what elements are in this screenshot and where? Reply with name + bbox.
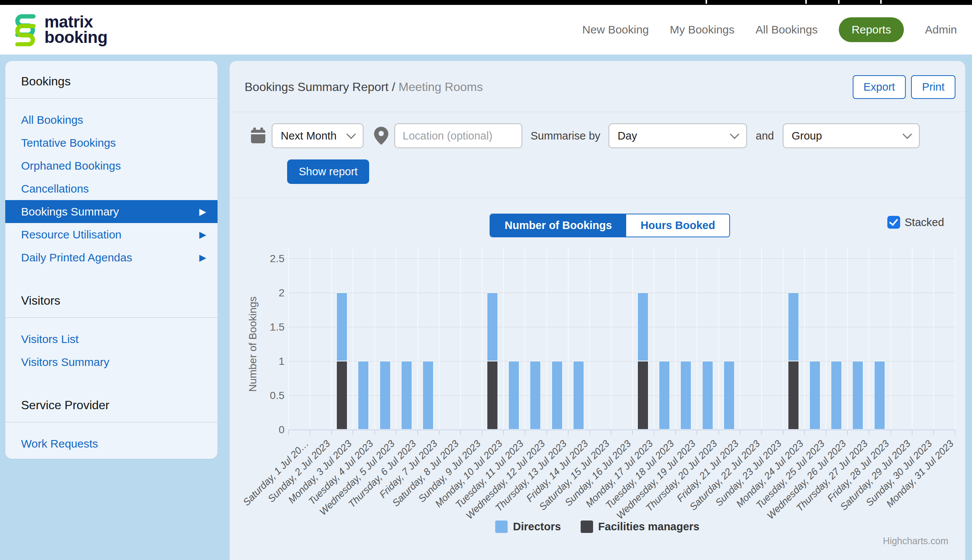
nav-item-new-booking[interactable]: New Booking: [582, 23, 649, 36]
sidebar-section-list: All BookingsTentative BookingsOrphaned B…: [5, 98, 217, 280]
brand-logo[interactable]: matrix booking: [10, 12, 108, 48]
date-range-select[interactable]: Next Month: [272, 123, 364, 148]
x-axis-tick: [890, 430, 891, 435]
bar-directors[interactable]: [680, 361, 691, 430]
legend-item-facilities-managers[interactable]: Facilities managers: [581, 520, 700, 533]
top-black-strip: [0, 0, 972, 5]
sidebar-item-work-requests[interactable]: Work Requests: [5, 432, 217, 455]
sidebar-item-label: Resource Utilisation: [21, 228, 122, 241]
highcharts-credit[interactable]: Highcharts.com: [883, 535, 948, 547]
top-nav-bar: matrix booking New Booking My Bookings A…: [0, 5, 972, 55]
x-axis-tick: [331, 430, 332, 435]
directors-swatch: [495, 520, 508, 533]
gridline-vertical: [418, 248, 418, 430]
bar-directors[interactable]: [487, 293, 498, 361]
bar-directors[interactable]: [508, 361, 519, 430]
summarise-primary-select[interactable]: Day: [608, 123, 747, 148]
x-axis-tick: [933, 430, 934, 435]
bar-directors[interactable]: [724, 361, 735, 430]
matrix-booking-logo-icon: [10, 12, 39, 48]
strip-tick: [805, 0, 807, 4]
summarise-secondary-select[interactable]: Group: [783, 123, 920, 148]
sidebar-item-label: All Bookings: [21, 113, 83, 127]
x-axis-tick: [460, 430, 461, 435]
sidebar-item-tentative-bookings[interactable]: Tentative Bookings: [5, 131, 217, 154]
x-axis-line: [288, 430, 955, 430]
bar-directors[interactable]: [810, 361, 820, 430]
sidebar-item-all-bookings[interactable]: All Bookings: [5, 108, 217, 131]
bar-directors[interactable]: [638, 293, 648, 361]
x-axis-tick: [718, 430, 719, 435]
gridline: [288, 293, 955, 293]
nav-item-reports[interactable]: Reports: [839, 17, 904, 42]
legend-item-directors[interactable]: Directors: [495, 520, 561, 533]
nav-item-my-bookings[interactable]: My Bookings: [670, 23, 735, 36]
bar-facilities-managers[interactable]: [788, 361, 799, 430]
location-input[interactable]: [394, 123, 522, 148]
bar-directors[interactable]: [401, 361, 412, 430]
bar-directors[interactable]: [874, 361, 885, 430]
gridline-vertical: [374, 248, 375, 430]
sidebar-item-resource-utilisation[interactable]: Resource Utilisation▶: [5, 223, 217, 246]
page-content: BookingsAll BookingsTentative BookingsOr…: [0, 55, 972, 560]
gridline-vertical: [352, 248, 353, 430]
bar-directors[interactable]: [788, 293, 799, 361]
print-button[interactable]: Print: [911, 75, 955, 99]
nav-item-admin[interactable]: Admin: [925, 23, 957, 36]
gridline-vertical: [632, 248, 633, 430]
bar-directors[interactable]: [336, 293, 347, 361]
gridline-vertical: [524, 248, 525, 430]
stacked-option: Stacked: [887, 216, 944, 229]
gridline-vertical: [675, 248, 676, 430]
bar-directors[interactable]: [852, 361, 863, 430]
bar-facilities-managers[interactable]: [638, 361, 648, 430]
filter-bar: Next Month Summarise by Day: [230, 112, 965, 184]
bar-directors[interactable]: [702, 361, 713, 430]
bar-directors[interactable]: [423, 361, 434, 430]
gridline-vertical: [955, 248, 955, 430]
summarise-by-label: Summarise by: [531, 130, 600, 142]
gridline-vertical: [331, 248, 332, 430]
stacked-checkbox[interactable]: [887, 216, 900, 229]
sidebar-item-label: Visitors Summary: [21, 356, 110, 368]
export-button[interactable]: Export: [853, 75, 906, 99]
sidebar-item-visitors-list[interactable]: Visitors List: [5, 328, 217, 350]
brand-name: matrix booking: [44, 14, 108, 45]
x-axis-tick: [740, 430, 741, 435]
toggle-hours-booked[interactable]: Hours Booked: [626, 214, 729, 237]
gridline-vertical: [847, 248, 848, 430]
bar-facilities-managers[interactable]: [336, 361, 347, 430]
sidebar-section-heading: Bookings: [5, 61, 217, 98]
gridline-vertical: [761, 248, 762, 430]
sidebar-section-heading: Visitors: [5, 280, 217, 317]
bar-directors[interactable]: [831, 361, 842, 430]
sidebar-item-visitors-summary[interactable]: Visitors Summary: [5, 350, 217, 373]
location-pin-icon: [374, 127, 388, 145]
gridline-vertical: [933, 248, 934, 430]
x-axis-tick: [955, 430, 955, 435]
bar-directors[interactable]: [358, 361, 369, 430]
bar-facilities-managers[interactable]: [487, 361, 498, 430]
y-axis-tick-label: 1.5: [251, 321, 284, 333]
nav-item-all-bookings[interactable]: All Bookings: [756, 23, 818, 36]
sidebar-item-bookings-summary[interactable]: Bookings Summary▶: [5, 200, 217, 223]
gridline: [288, 327, 955, 327]
x-axis-tick: [654, 430, 655, 435]
x-axis-tick: [310, 430, 311, 435]
show-report-button[interactable]: Show report: [287, 160, 369, 184]
primary-nav: New Booking My Bookings All Bookings Rep…: [582, 17, 957, 42]
bar-directors[interactable]: [552, 361, 563, 430]
sidebar-item-orphaned-bookings[interactable]: Orphaned Bookings: [5, 154, 217, 177]
and-label: and: [756, 130, 774, 142]
toggle-number-of-bookings[interactable]: Number of Bookings: [490, 214, 626, 237]
gridline-vertical: [804, 248, 805, 430]
x-axis-tick: [675, 430, 676, 435]
bar-directors[interactable]: [573, 361, 584, 430]
bar-directors[interactable]: [659, 361, 670, 430]
bar-directors[interactable]: [530, 361, 541, 430]
x-axis-tick: [783, 430, 783, 435]
sidebar-item-cancellations[interactable]: Cancellations: [5, 177, 217, 200]
bar-directors[interactable]: [380, 361, 391, 430]
sidebar-item-label: Work Requests: [21, 437, 98, 450]
sidebar-item-daily-printed-agendas[interactable]: Daily Printed Agendas▶: [5, 246, 217, 269]
